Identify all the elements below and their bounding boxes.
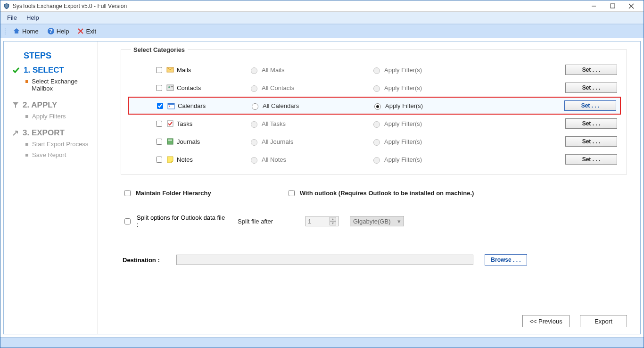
svg-rect-12 bbox=[171, 88, 173, 88]
browse-button[interactable]: Browse . . . bbox=[485, 254, 527, 265]
tasks-checkbox[interactable] bbox=[156, 121, 162, 127]
spin-up-icon[interactable]: ▲ bbox=[330, 217, 336, 221]
destination-input[interactable] bbox=[176, 255, 473, 265]
svg-text:?: ? bbox=[49, 27, 53, 34]
minimize-button[interactable] bbox=[584, 1, 603, 11]
contacts-set-button[interactable]: Set . . . bbox=[565, 83, 617, 93]
svg-rect-17 bbox=[167, 139, 173, 144]
toolbar-exit[interactable]: Exit bbox=[74, 27, 99, 36]
split-value-input[interactable]: 1 ▲▼ bbox=[305, 216, 339, 226]
notes-icon bbox=[166, 156, 174, 163]
titlebar: SysTools Exchange Export v5.0 - Full Ver… bbox=[0, 0, 644, 12]
content-frame: STEPS 1. SELECT Select Exchange Mailbox … bbox=[3, 41, 641, 334]
notes-all-radio[interactable] bbox=[251, 157, 257, 164]
split-checkbox[interactable] bbox=[124, 218, 131, 224]
step-2-sub: Apply Filters bbox=[25, 113, 92, 120]
svg-rect-16 bbox=[167, 121, 173, 126]
mails-filter-radio[interactable] bbox=[373, 67, 380, 74]
tasks-set-button[interactable]: Set . . . bbox=[565, 118, 617, 129]
export-icon bbox=[12, 130, 19, 136]
mails-all-radio[interactable] bbox=[251, 67, 257, 74]
journals-set-button[interactable]: Set . . . bbox=[565, 136, 617, 147]
svg-rect-14 bbox=[168, 103, 174, 105]
calendars-filter-radio[interactable] bbox=[374, 103, 381, 110]
step-1-sub[interactable]: Select Exchange Mailbox bbox=[25, 78, 92, 92]
tasks-filter-radio[interactable] bbox=[373, 121, 380, 128]
notes-set-button[interactable]: Set . . . bbox=[565, 154, 617, 165]
bullet-icon bbox=[25, 80, 28, 83]
contacts-filter-radio[interactable] bbox=[373, 85, 380, 92]
steps-heading: STEPS bbox=[24, 51, 92, 61]
with-outlook-checkbox[interactable] bbox=[289, 190, 295, 196]
menu-file[interactable]: File bbox=[2, 13, 22, 23]
step-3-sub2: Save Report bbox=[25, 151, 92, 158]
spinner[interactable]: ▲▼ bbox=[330, 217, 336, 225]
steps-sidebar: STEPS 1. SELECT Select Exchange Mailbox … bbox=[4, 41, 98, 334]
menu-help[interactable]: Help bbox=[22, 13, 44, 23]
contacts-all-radio[interactable] bbox=[251, 85, 257, 92]
contacts-checkbox[interactable] bbox=[156, 85, 162, 91]
step-2: 2. APPLY bbox=[12, 100, 92, 110]
destination-label: Destination : bbox=[123, 257, 165, 264]
main-panel: Select Categories Mails All Mails Apply … bbox=[98, 41, 640, 334]
close-button[interactable] bbox=[622, 1, 641, 11]
previous-button[interactable]: << Previous bbox=[522, 315, 570, 327]
calendars-set-button[interactable]: Set . . . bbox=[564, 100, 616, 111]
tasks-icon bbox=[166, 120, 174, 127]
step-3: 3. EXPORT bbox=[12, 128, 92, 138]
tasks-all-radio[interactable] bbox=[251, 121, 257, 128]
calendars-checkbox[interactable] bbox=[157, 103, 163, 109]
menubar: File Help bbox=[0, 12, 644, 24]
contacts-icon bbox=[166, 84, 174, 91]
calendar-icon bbox=[167, 102, 175, 109]
bullet-icon bbox=[25, 154, 28, 157]
journals-checkbox[interactable] bbox=[156, 139, 162, 145]
category-row-contacts: Contacts All Contacts Apply Filter(s) Se… bbox=[131, 79, 617, 97]
step-3-sub1: Start Export Process bbox=[25, 141, 92, 148]
svg-rect-15 bbox=[169, 106, 170, 107]
filter-icon bbox=[12, 102, 19, 108]
notes-checkbox[interactable] bbox=[156, 157, 162, 163]
split-options-row: Split options for Outlook data file : Sp… bbox=[123, 214, 627, 228]
category-row-calendars: Calendars All Calendars Apply Filter(s) … bbox=[128, 97, 621, 115]
nav-buttons: << Previous Export bbox=[522, 315, 627, 327]
mails-set-button[interactable]: Set . . . bbox=[565, 65, 617, 75]
mails-checkbox[interactable] bbox=[156, 67, 162, 73]
split-option[interactable]: Split options for Outlook data file : bbox=[123, 214, 226, 228]
maintain-hierarchy-option[interactable]: Maintain Folder Hierarchy bbox=[123, 189, 211, 198]
journals-all-radio[interactable] bbox=[251, 139, 257, 146]
bullet-icon bbox=[25, 115, 28, 118]
journals-icon bbox=[166, 138, 174, 145]
categories-legend: Select Categories bbox=[131, 46, 188, 53]
svg-rect-18 bbox=[168, 140, 172, 141]
journals-filter-radio[interactable] bbox=[373, 139, 380, 146]
options-area: Maintain Folder Hierarchy With outlook (… bbox=[121, 189, 627, 265]
spin-down-icon[interactable]: ▼ bbox=[330, 221, 336, 225]
step-1: 1. SELECT bbox=[12, 66, 92, 75]
split-unit-select[interactable]: Gigabyte(GB) ▾ bbox=[350, 216, 404, 226]
category-row-notes: Notes All Notes Apply Filter(s) Set . . … bbox=[131, 150, 617, 168]
category-row-tasks: Tasks All Tasks Apply Filter(s) Set . . … bbox=[131, 115, 617, 133]
category-row-journals: Journals All Journals Apply Filter(s) Se… bbox=[131, 133, 617, 150]
content: STEPS 1. SELECT Select Exchange Mailbox … bbox=[0, 38, 644, 337]
categories-group: Select Categories Mails All Mails Apply … bbox=[121, 46, 627, 174]
with-outlook-option[interactable]: With outlook (Requires Outlook to be ins… bbox=[287, 189, 474, 198]
toolbar-home[interactable]: Home bbox=[10, 26, 41, 36]
svg-rect-1 bbox=[611, 4, 615, 8]
maintain-hierarchy-checkbox[interactable] bbox=[124, 190, 131, 196]
exit-icon bbox=[77, 28, 84, 34]
export-button[interactable]: Export bbox=[580, 315, 627, 327]
svg-rect-11 bbox=[171, 86, 173, 87]
destination-row: Destination : Browse . . . bbox=[123, 254, 627, 265]
app-window: SysTools Exchange Export v5.0 - Full Ver… bbox=[0, 0, 644, 348]
svg-point-10 bbox=[168, 86, 170, 88]
toolbar-help[interactable]: ? Help bbox=[44, 26, 72, 36]
home-icon bbox=[13, 27, 20, 35]
toolbar: ┊ Home ? Help Exit bbox=[0, 24, 644, 38]
notes-filter-radio[interactable] bbox=[373, 157, 380, 164]
calendars-all-radio[interactable] bbox=[252, 103, 258, 110]
check-icon bbox=[12, 66, 20, 74]
maximize-button[interactable] bbox=[603, 1, 622, 11]
split-after-label: Split file after bbox=[238, 218, 294, 225]
statusbar bbox=[0, 337, 644, 348]
